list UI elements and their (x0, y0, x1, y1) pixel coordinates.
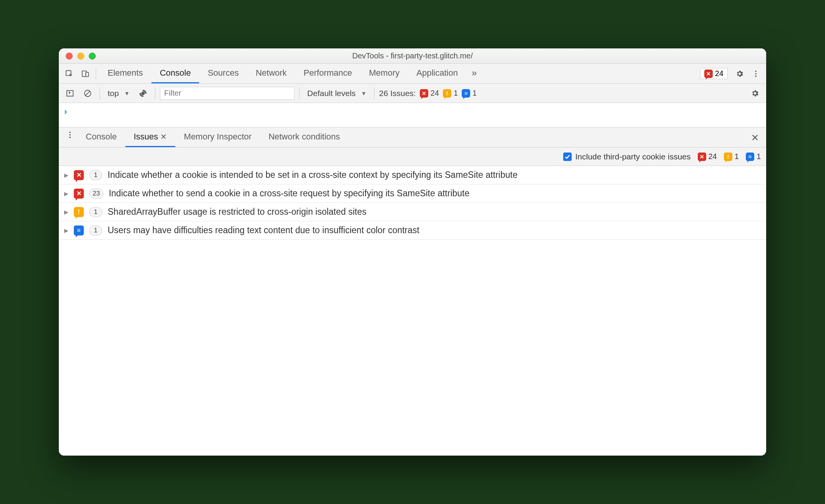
window-minimize-button[interactable] (77, 53, 84, 60)
issues-list: ▶✕1Indicate whether a cookie is intended… (59, 166, 766, 456)
divider (96, 68, 96, 80)
svg-point-9 (141, 91, 145, 95)
error-count: 24 (431, 89, 439, 98)
svg-point-3 (755, 70, 757, 72)
tab-label: Application (416, 68, 458, 78)
svg-point-12 (69, 137, 71, 138)
issues-info-chip[interactable]: ≡1 (746, 152, 761, 161)
tab-sources[interactable]: Sources (199, 64, 247, 83)
tab-performance[interactable]: Performance (295, 64, 361, 83)
tab-label: Network conditions (268, 132, 340, 142)
console-prompt-icon: › (64, 107, 67, 116)
tab-label: Memory (369, 68, 399, 78)
error-icon: ✕ (698, 153, 706, 161)
svg-point-4 (755, 73, 757, 75)
issue-count-pill: 1 (89, 207, 102, 217)
issue-title: Users may have difficulties reading text… (108, 225, 419, 235)
drawer-tab-issues[interactable]: Issues✕ (125, 128, 176, 147)
main-tab-list: ElementsConsoleSourcesNetworkPerformance… (99, 64, 466, 83)
tab-memory[interactable]: Memory (361, 64, 408, 83)
svg-point-5 (755, 75, 757, 77)
error-icon: ✕ (420, 89, 428, 98)
info-icon: ≡ (462, 89, 470, 98)
svg-rect-6 (67, 90, 73, 96)
titlebar: DevTools - first-party-test.glitch.me/ (59, 48, 766, 64)
warning-icon: ! (443, 89, 451, 98)
error-icon: ✕ (74, 189, 84, 199)
drawer-tab-memory-inspector[interactable]: Memory Inspector (175, 128, 260, 147)
warning-icon: ! (724, 153, 732, 161)
checkbox-label: Include third-party cookie issues (576, 152, 691, 161)
error-icon: ✕ (704, 70, 713, 78)
tab-label: Console (86, 132, 117, 142)
filter-input[interactable] (160, 87, 294, 100)
issue-row[interactable]: ▶✕23Indicate whether to send a cookie in… (59, 184, 766, 203)
devtools-window: DevTools - first-party-test.glitch.me/ E… (59, 48, 766, 456)
console-settings-gear-icon[interactable] (748, 86, 762, 101)
tab-application[interactable]: Application (408, 64, 466, 83)
issue-row[interactable]: ▶≡1Users may have difficulties reading t… (59, 221, 766, 240)
issues-label: 26 Issues: (379, 89, 416, 98)
inspect-element-icon[interactable] (62, 66, 77, 81)
issues-warn-chip[interactable]: !1 (724, 152, 739, 161)
issues-toolbar: Include third-party cookie issues ✕24 !1… (59, 148, 766, 166)
svg-rect-2 (86, 72, 88, 76)
tab-label: Performance (304, 68, 352, 78)
top-error-badge[interactable]: ✕ 24 (700, 68, 728, 79)
svg-point-11 (69, 134, 71, 136)
show-sidebar-icon[interactable] (63, 86, 77, 101)
drawer-tab-network-conditions[interactable]: Network conditions (260, 128, 348, 147)
expand-triangle-icon: ▶ (64, 209, 68, 215)
traffic-lights (59, 53, 96, 60)
console-output[interactable]: › (59, 103, 766, 128)
clear-console-icon[interactable] (80, 86, 95, 101)
issues-summary[interactable]: 26 Issues: ✕24 !1 ≡1 (379, 89, 477, 98)
drawer-more-menu-icon[interactable] (63, 128, 77, 142)
chevron-down-icon: ▼ (124, 90, 130, 96)
issue-title: Indicate whether to send a cookie in a c… (109, 188, 469, 199)
tab-label: Memory Inspector (184, 132, 251, 142)
tab-label: Network (256, 68, 287, 78)
expand-triangle-icon: ▶ (64, 227, 68, 234)
third-party-cookie-toggle[interactable]: Include third-party cookie issues (563, 152, 691, 161)
tab-network[interactable]: Network (247, 64, 295, 83)
issues-error-chip[interactable]: ✕24 (698, 152, 717, 161)
checkbox-checked-icon (563, 153, 572, 161)
issue-count-pill: 1 (89, 225, 102, 235)
issue-count-pill: 1 (89, 170, 102, 180)
context-label: top (108, 89, 119, 98)
warn-count: 1 (735, 152, 739, 161)
info-count: 1 (757, 152, 761, 161)
tab-elements[interactable]: Elements (99, 64, 151, 83)
drawer-close-button[interactable] (748, 128, 762, 147)
log-levels-selector[interactable]: Default levels ▼ (304, 89, 369, 98)
issue-title: Indicate whether a cookie is intended to… (108, 170, 517, 180)
issue-count-pill: 23 (89, 189, 103, 199)
context-selector[interactable]: top ▼ (105, 89, 133, 98)
warn-icon: ! (74, 207, 84, 217)
tab-label: Sources (208, 68, 239, 78)
expand-triangle-icon: ▶ (64, 172, 68, 178)
device-toolbar-icon[interactable] (78, 66, 93, 81)
drawer-tab-console[interactable]: Console (77, 128, 125, 147)
more-menu-icon[interactable] (748, 66, 763, 81)
settings-gear-icon[interactable] (732, 66, 747, 81)
drawer-tab-list: ConsoleIssues✕Memory InspectorNetwork co… (77, 128, 348, 147)
svg-point-10 (69, 132, 71, 133)
window-title: DevTools - first-party-test.glitch.me/ (59, 51, 766, 60)
tab-label: Elements (108, 68, 143, 78)
warn-count: 1 (454, 89, 458, 98)
main-tab-strip: ElementsConsoleSourcesNetworkPerformance… (59, 64, 766, 84)
issue-row[interactable]: ▶!1SharedArrayBuffer usage is restricted… (59, 203, 766, 221)
issue-row[interactable]: ▶✕1Indicate whether a cookie is intended… (59, 166, 766, 184)
chevron-down-icon: ▼ (361, 90, 366, 96)
window-zoom-button[interactable] (89, 53, 96, 60)
tabs-overflow-button[interactable]: » (466, 64, 482, 83)
tab-console[interactable]: Console (151, 64, 200, 83)
live-expression-icon[interactable] (136, 86, 150, 101)
info-count: 1 (472, 89, 477, 98)
issue-title: SharedArrayBuffer usage is restricted to… (108, 207, 366, 217)
window-close-button[interactable] (66, 53, 73, 60)
info-icon: ≡ (746, 153, 754, 161)
close-tab-icon[interactable]: ✕ (160, 132, 167, 141)
